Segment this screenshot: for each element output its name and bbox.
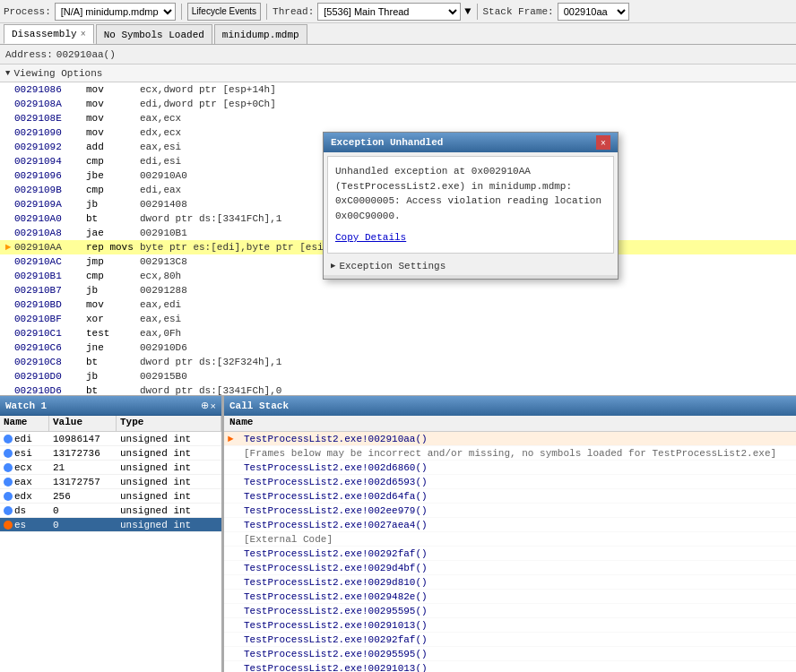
callstack-frame-text: TestProcessList2.exe!00295595() — [244, 606, 428, 616]
tab-minidump[interactable]: minidump.mdmp — [214, 24, 307, 44]
watch-close-button[interactable]: × — [211, 401, 216, 411]
filter-icon[interactable]: ▼ — [464, 5, 471, 18]
asm-address: 002910B7 — [14, 285, 86, 296]
callstack-frame-text: TestProcessList2.exe!0027aea4() — [244, 520, 428, 530]
asm-mnemonic: jb — [86, 285, 140, 296]
callstack-row[interactable]: TestProcessList2.exe!0029482e() — [224, 590, 796, 604]
asm-mnemonic: mov — [86, 84, 140, 95]
asm-line[interactable]: 0029108Amovedi,dword ptr [esp+0Ch] — [0, 97, 796, 111]
callstack-row[interactable]: TestProcessList2.exe!00292faf() — [224, 547, 796, 561]
asm-mnemonic: xor — [86, 314, 140, 324]
callstack-rows: ►TestProcessList2.exe!002910aa()[Frames … — [224, 432, 796, 672]
watch-row[interactable]: eax13172757unsigned int — [0, 475, 221, 489]
asm-line[interactable]: 0029108Emoveax,ecx — [0, 111, 796, 125]
asm-line[interactable]: 00291086movecx,dword ptr [esp+14h] — [0, 82, 796, 97]
asm-line[interactable]: 002910C6jne002910D6 — [0, 340, 796, 355]
tab-no-symbols-label: No Symbols Loaded — [104, 30, 204, 40]
asm-mnemonic: test — [86, 328, 140, 339]
watch-row[interactable]: ecx21unsigned int — [0, 461, 221, 475]
callstack-row[interactable]: TestProcessList2.exe!002ee979() — [224, 504, 796, 518]
watch-cell-value: 13172736 — [49, 448, 117, 459]
tab-disassembly-close[interactable]: × — [81, 30, 86, 39]
callstack-row[interactable]: ►TestProcessList2.exe!002910aa() — [224, 432, 796, 446]
watch-cell-name: esi — [0, 448, 49, 459]
asm-address: 002910AC — [14, 256, 86, 267]
watch-row[interactable]: esi13172736unsigned int — [0, 446, 221, 461]
viewing-options-arrow: ▼ — [5, 69, 10, 78]
watch-row[interactable]: edx256unsigned int — [0, 489, 221, 504]
watch-register-name: esi — [14, 448, 32, 459]
exception-dialog-close[interactable]: × — [596, 135, 610, 150]
asm-mnemonic: add — [86, 142, 140, 152]
watch-cell-type: unsigned int — [117, 520, 221, 530]
watch-register-name: ds — [14, 505, 26, 516]
asm-line[interactable]: 002910BDmoveax,edi — [0, 297, 796, 312]
watch-row[interactable]: es0unsigned int — [0, 518, 221, 532]
callstack-row[interactable]: TestProcessList2.exe!0027aea4() — [224, 518, 796, 532]
asm-line[interactable]: 002910D6btdword ptr ds:[3341FCh],0 — [0, 383, 796, 396]
process-select[interactable]: [N/A] minidump.mdmp — [55, 3, 176, 21]
callstack-frame-text: TestProcessList2.exe!0029d4bf() — [244, 563, 428, 573]
asm-line[interactable]: 002910D0jb002915B0 — [0, 369, 796, 383]
callstack-row[interactable]: [External Code] — [224, 532, 796, 547]
asm-address: 002910C1 — [14, 328, 86, 339]
exception-dialog-content: Unhandled exception at 0x002910AA (TestP… — [327, 156, 614, 254]
callstack-row[interactable]: [Frames below may be incorrect and/or mi… — [224, 446, 796, 461]
watch-register-name: edi — [14, 434, 32, 444]
lifecycle-events-button[interactable]: Lifecycle Events — [187, 3, 261, 21]
asm-address: 0029108E — [14, 113, 86, 124]
asm-address: 002910BD — [14, 299, 86, 310]
tab-disassembly[interactable]: Disassembly × — [4, 24, 94, 44]
viewing-options[interactable]: ▼ Viewing Options — [0, 65, 796, 82]
exception-dialog: Exception Unhandled × Unhandled exceptio… — [323, 132, 619, 280]
watch-panel-controls: ⊕ × — [201, 400, 216, 411]
asm-line[interactable]: 002910C8btdword ptr ds:[32F324h],1 — [0, 355, 796, 369]
watch-pin-button[interactable]: ⊕ — [201, 400, 209, 411]
thread-select[interactable]: [5536] Main Thread — [317, 3, 461, 21]
callstack-frame-text: TestProcessList2.exe!00291013() — [244, 663, 428, 673]
callstack-row[interactable]: TestProcessList2.exe!002d6860() — [224, 461, 796, 475]
register-dot — [4, 478, 13, 487]
thread-label: Thread: — [273, 6, 314, 17]
callstack-row[interactable]: TestProcessList2.exe!00292faf() — [224, 633, 796, 647]
callstack-frame-text: TestProcessList2.exe!002d6593() — [244, 477, 428, 487]
callstack-frame-text: [Frames below may be incorrect and/or mi… — [244, 448, 776, 459]
watch-panel-title-text: Watch 1 — [5, 401, 47, 411]
asm-mnemonic: cmp — [86, 271, 140, 281]
tab-no-symbols[interactable]: No Symbols Loaded — [96, 24, 212, 44]
watch-row[interactable]: ds0unsigned int — [0, 504, 221, 518]
watch-cell-value: 256 — [49, 491, 117, 502]
watch-col-name: Name — [0, 416, 49, 431]
tab-bar: Disassembly × No Symbols Loaded minidump… — [0, 23, 796, 45]
asm-mnemonic: jne — [86, 342, 140, 353]
register-dot — [4, 521, 13, 530]
callstack-frame-text: TestProcessList2.exe!002d64fa() — [244, 491, 428, 502]
asm-line[interactable]: 002910BFxoreax,esi — [0, 312, 796, 326]
watch-cell-type: unsigned int — [117, 434, 221, 444]
watch-row[interactable]: edi10986147unsigned int — [0, 432, 221, 446]
watch-cell-type: unsigned int — [117, 491, 221, 502]
asm-line[interactable]: 002910C1testeax,0Fh — [0, 326, 796, 340]
callstack-frame-text: TestProcessList2.exe!00291013() — [244, 620, 428, 631]
watch-panel: Watch 1 ⊕ × Name Value Type edi10986147u… — [0, 396, 224, 672]
callstack-row[interactable]: TestProcessList2.exe!0029d4bf() — [224, 561, 796, 575]
exception-copy-details-link[interactable]: Copy Details — [335, 230, 606, 246]
exception-settings-section[interactable]: ▶ Exception Settings — [324, 257, 618, 275]
watch-cell-value: 0 — [49, 505, 117, 516]
asm-marker: ► — [2, 242, 14, 253]
callstack-row[interactable]: TestProcessList2.exe!00291013() — [224, 618, 796, 633]
callstack-row[interactable]: TestProcessList2.exe!00295595() — [224, 604, 796, 618]
asm-mnemonic: mov — [86, 299, 140, 310]
callstack-row[interactable]: TestProcessList2.exe!0029d810() — [224, 575, 796, 590]
watch-cell-value: 21 — [49, 462, 117, 473]
callstack-frame-text: TestProcessList2.exe!00292faf() — [244, 548, 428, 559]
asm-operands: eax,esi — [140, 314, 794, 324]
stackframe-label: Stack Frame: — [483, 6, 554, 17]
stackframe-select[interactable]: 002910aa — [558, 3, 629, 21]
callstack-row[interactable]: TestProcessList2.exe!00291013() — [224, 661, 796, 672]
callstack-row[interactable]: TestProcessList2.exe!00295595() — [224, 647, 796, 661]
callstack-row[interactable]: TestProcessList2.exe!002d64fa() — [224, 489, 796, 504]
callstack-row[interactable]: TestProcessList2.exe!002d6593() — [224, 475, 796, 489]
register-dot — [4, 435, 13, 444]
asm-line[interactable]: 002910B7jb00291288 — [0, 283, 796, 297]
